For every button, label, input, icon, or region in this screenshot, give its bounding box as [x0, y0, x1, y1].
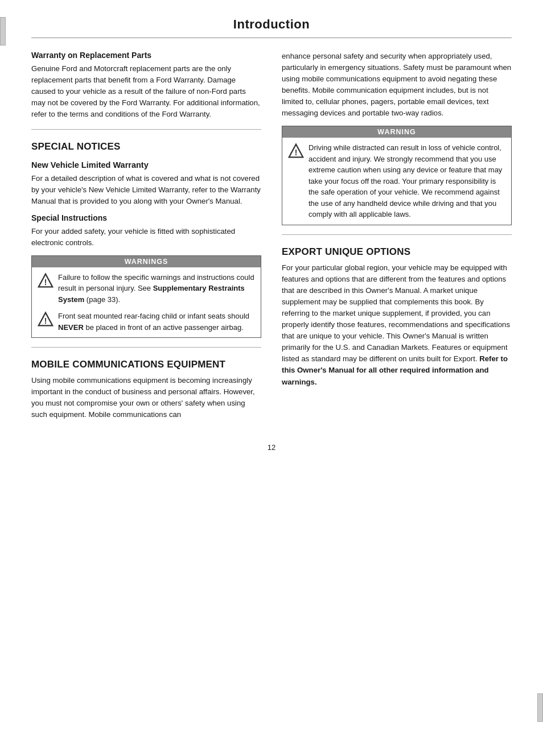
right-column: enhance personal safety and security whe… [282, 51, 512, 426]
two-column-layout: Warranty on Replacement Parts Genuine Fo… [31, 51, 512, 426]
right-border-decoration [537, 693, 543, 722]
warranty-body: Genuine Ford and Motorcraft replacement … [31, 63, 261, 120]
warning-item-1: ! Failure to follow the specific warning… [38, 272, 255, 305]
mobile-section: MOBILE COMMUNICATIONS EQUIPMENT Using mo… [31, 359, 261, 420]
special-instructions-body: For your added safety, your vehicle is f… [31, 226, 261, 249]
new-vehicle-warranty-body: For a detailed description of what is co… [31, 173, 261, 207]
export-heading: EXPORT UNIQUE OPTIONS [282, 246, 512, 258]
warning-text-2-bold: NEVER [58, 323, 84, 332]
mobile-body: Using mobile communications equipment is… [31, 375, 261, 420]
mobile-continued: enhance personal safety and security whe… [282, 51, 512, 119]
page-container: Introduction Warranty on Replacement Par… [0, 0, 543, 756]
special-notices-section: SPECIAL NOTICES New Vehicle Limited Warr… [31, 141, 261, 338]
page-number: 12 [31, 443, 512, 452]
warnings-box-header: WARNINGS [32, 256, 261, 267]
warning-text-2-after: be placed in front of an active passenge… [84, 323, 244, 332]
warning-box-right-content: ! Driving while distracted can result in… [282, 138, 511, 225]
warnings-box-content: ! Failure to follow the specific warning… [32, 267, 261, 338]
warning-text-1-after: (page 33). [84, 295, 120, 304]
warnings-box: WARNINGS ! Failure to follow th [31, 255, 261, 338]
warning-text-2-before: Front seat mounted rear-facing child or … [58, 312, 249, 320]
warning-text-right: Driving while distracted can result in l… [308, 142, 505, 220]
warning-single-item: ! Driving while distracted can result in… [288, 142, 505, 220]
svg-text:!: ! [44, 316, 47, 325]
divider-2 [31, 347, 261, 348]
new-vehicle-warranty-heading: New Vehicle Limited Warranty [31, 160, 261, 170]
special-notices-heading: SPECIAL NOTICES [31, 141, 261, 152]
export-body: For your particular global region, your … [282, 262, 512, 388]
svg-text:!: ! [295, 148, 298, 157]
warning-text-2: Front seat mounted rear-facing child or … [58, 311, 255, 333]
warranty-heading: Warranty on Replacement Parts [31, 51, 261, 60]
divider-right [282, 234, 512, 235]
left-border-decoration [0, 17, 6, 46]
warning-item-2: ! Front seat mounted rear-facing child o… [38, 311, 255, 333]
warning-text-1: Failure to follow the specific warnings … [58, 272, 255, 305]
warning-triangle-icon-2: ! [38, 311, 54, 327]
warning-box-right: WARNING ! Driving while distracted can r… [282, 126, 512, 225]
export-section: EXPORT UNIQUE OPTIONS For your particula… [282, 246, 512, 388]
mobile-heading: MOBILE COMMUNICATIONS EQUIPMENT [31, 359, 261, 370]
page-title: Introduction [31, 17, 512, 38]
warning-triangle-icon-right: ! [288, 143, 304, 159]
svg-text:!: ! [44, 278, 47, 287]
left-column: Warranty on Replacement Parts Genuine Fo… [31, 51, 261, 426]
warning-triangle-icon-1: ! [38, 272, 54, 288]
special-instructions-heading: Special Instructions [31, 213, 261, 222]
warning-box-right-header: WARNING [282, 126, 511, 138]
divider-1 [31, 129, 261, 130]
export-body-text: For your particular global region, your … [282, 263, 510, 363]
warranty-section: Warranty on Replacement Parts Genuine Fo… [31, 51, 261, 120]
